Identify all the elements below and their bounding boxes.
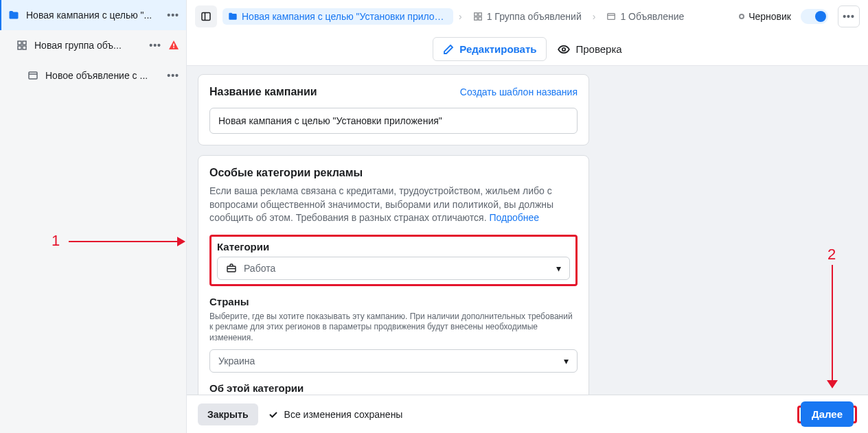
breadcrumb-adset[interactable]: 1 Группа объявлений xyxy=(468,8,587,25)
tab-review[interactable]: Проверка xyxy=(558,43,621,56)
svg-rect-6 xyxy=(29,72,37,79)
categories-select[interactable]: Работа ▾ xyxy=(217,257,570,280)
svg-rect-4 xyxy=(173,44,174,47)
svg-rect-13 xyxy=(479,16,481,19)
svg-rect-12 xyxy=(474,16,477,19)
svg-rect-0 xyxy=(18,41,21,45)
breadcrumb-ad[interactable]: 1 Объявление xyxy=(601,8,689,25)
panel-toggle-button[interactable] xyxy=(195,5,217,27)
ad-icon xyxy=(27,70,38,81)
status-dot-icon xyxy=(739,14,744,19)
sidebar-item-label: Новое объявление с ... xyxy=(45,70,160,81)
learn-more-link[interactable]: Подробнее xyxy=(489,212,539,223)
pencil-icon xyxy=(443,44,454,55)
sidebar-item-adset[interactable]: Новая группа объ... ••• xyxy=(0,30,186,60)
chevron-right-icon: › xyxy=(593,11,596,22)
svg-rect-3 xyxy=(23,46,26,49)
chevron-down-icon: ▾ xyxy=(556,263,561,274)
check-icon xyxy=(268,409,279,420)
tab-edit[interactable]: Редактировать xyxy=(433,37,547,61)
campaign-name-card: Название кампании Создать шаблон названи… xyxy=(198,74,589,145)
breadcrumb-label: 1 Объявление xyxy=(620,11,684,22)
breadcrumb-campaign[interactable]: Новая кампания с целью "Установки прилож… xyxy=(222,8,453,25)
ad-icon xyxy=(606,12,616,21)
next-button-highlight: Далее xyxy=(797,406,857,423)
sidebar-item-label: Новая группа объ... xyxy=(34,40,142,51)
svg-rect-5 xyxy=(173,47,174,49)
tab-label: Редактировать xyxy=(459,43,536,55)
chevron-right-icon: › xyxy=(459,11,462,22)
svg-rect-8 xyxy=(202,12,210,20)
more-actions-button[interactable]: ••• xyxy=(838,5,860,27)
card-title: Особые категории рекламы xyxy=(209,167,578,179)
campaign-name-input[interactable] xyxy=(209,108,578,134)
close-button[interactable]: Закрыть xyxy=(198,403,258,425)
countries-select[interactable]: Украина ▾ xyxy=(209,349,578,373)
sidebar-item-ad[interactable]: Новое объявление с ... ••• xyxy=(0,60,186,91)
adset-icon xyxy=(16,40,27,51)
svg-rect-11 xyxy=(479,12,481,15)
create-name-template-link[interactable]: Создать шаблон названия xyxy=(460,86,578,97)
svg-rect-10 xyxy=(474,12,477,15)
breadcrumb-label: 1 Группа объявлений xyxy=(487,11,582,22)
categories-value: Работа xyxy=(244,263,549,274)
sidebar-item-campaign[interactable]: Новая кампания с целью "... ••• xyxy=(0,0,186,30)
editor-tabs: Редактировать Проверка xyxy=(187,33,868,66)
folder-icon xyxy=(228,12,238,21)
briefcase-icon xyxy=(226,263,237,274)
eye-icon xyxy=(558,43,570,56)
adset-icon xyxy=(473,12,483,21)
campaign-toggle[interactable] xyxy=(801,9,828,24)
warning-icon xyxy=(168,40,179,51)
form-scroll-area[interactable]: Название кампании Создать шаблон названи… xyxy=(187,66,868,433)
categories-label: Категории xyxy=(217,241,570,253)
more-icon[interactable]: ••• xyxy=(167,70,179,81)
next-button[interactable]: Далее xyxy=(801,401,854,427)
svg-point-16 xyxy=(562,47,566,51)
card-title: Название кампании xyxy=(209,86,317,98)
svg-rect-14 xyxy=(608,13,615,19)
editor-footer: Закрыть Все изменения сохранены Далее xyxy=(187,395,868,433)
save-status: Все изменения сохранены xyxy=(268,409,403,420)
campaign-status: Черновик xyxy=(739,11,791,22)
status-label: Черновик xyxy=(749,11,791,22)
tab-label: Проверка xyxy=(575,43,621,55)
about-label: Об этой категории xyxy=(209,382,578,394)
folder-icon xyxy=(8,10,19,21)
svg-rect-2 xyxy=(18,46,21,49)
breadcrumb-bar: Новая кампания с целью "Установки прилож… xyxy=(187,0,868,33)
save-status-text: Все изменения сохранены xyxy=(284,409,403,420)
chevron-down-icon: ▾ xyxy=(564,355,569,366)
main-panel: Новая кампания с целью "Установки прилож… xyxy=(187,0,868,433)
breadcrumb-label: Новая кампания с целью "Установки прилож… xyxy=(242,11,448,22)
svg-rect-1 xyxy=(23,41,26,45)
countries-description: Выберите, где вы хотите показывать эту к… xyxy=(209,312,578,344)
campaign-tree-sidebar: Новая кампания с целью "... ••• Новая гр… xyxy=(0,0,187,433)
countries-section: Страны Выберите, где вы хотите показыват… xyxy=(209,296,578,373)
countries-label: Страны xyxy=(209,296,578,307)
more-icon[interactable]: ••• xyxy=(167,10,179,21)
countries-value: Украина xyxy=(218,355,557,366)
sidebar-item-label: Новая кампания с целью "... xyxy=(26,10,160,21)
special-categories-card: Особые категории рекламы Если ваша рекла… xyxy=(198,155,589,433)
card-description: Если ваша реклама связана с кредитами, т… xyxy=(209,185,578,225)
categories-section-highlight: Категории Работа ▾ xyxy=(209,235,578,286)
more-icon[interactable]: ••• xyxy=(149,40,161,51)
